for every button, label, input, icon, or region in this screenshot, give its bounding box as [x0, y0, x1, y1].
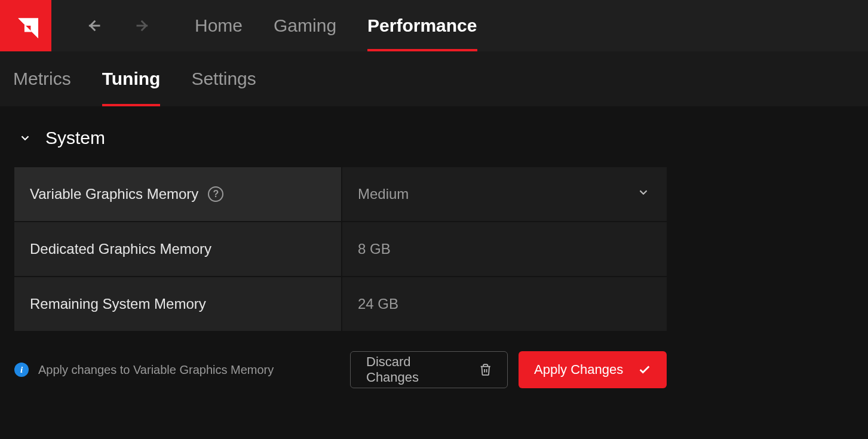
settings-table: Variable Graphics Memory ? Medium Dedica… [14, 167, 667, 331]
arrow-right-icon [134, 17, 151, 34]
button-label: Discard Changes [366, 354, 465, 385]
subtab-tuning[interactable]: Tuning [87, 51, 176, 106]
top-tabs: Home Gaming Performance [179, 0, 493, 51]
button-label: Apply Changes [534, 362, 623, 377]
setting-label: Dedicated Graphics Memory [30, 241, 211, 257]
row-variable-graphics-memory: Variable Graphics Memory ? Medium [14, 167, 667, 221]
setting-value: 24 GB [358, 296, 398, 312]
setting-label: Variable Graphics Memory [30, 186, 198, 202]
setting-value: 8 GB [358, 241, 391, 257]
content: System Variable Graphics Memory ? Medium… [0, 106, 868, 403]
footer: i Apply changes to Variable Graphics Mem… [14, 351, 667, 388]
chevron-down-icon [19, 131, 32, 145]
trash-icon [479, 363, 492, 376]
value-cell: 8 GB [342, 222, 667, 276]
subheader: Metrics Tuning Settings [0, 51, 868, 106]
discard-changes-button[interactable]: Discard Changes [350, 351, 508, 388]
subtab-metrics[interactable]: Metrics [13, 51, 87, 106]
back-button[interactable] [80, 12, 108, 39]
label-cell: Remaining System Memory [14, 277, 341, 331]
apply-changes-button[interactable]: Apply Changes [519, 351, 667, 388]
section-collapse-toggle[interactable] [18, 131, 32, 145]
amd-logo-icon [13, 13, 38, 38]
vgm-dropdown[interactable]: Medium [342, 167, 667, 221]
amd-logo[interactable] [0, 0, 51, 51]
row-dedicated-graphics-memory: Dedicated Graphics Memory 8 GB [14, 222, 667, 276]
row-remaining-system-memory: Remaining System Memory 24 GB [14, 277, 667, 331]
subtab-settings[interactable]: Settings [176, 51, 271, 106]
setting-label: Remaining System Memory [30, 296, 206, 312]
info-icon: i [14, 363, 29, 377]
tab-home[interactable]: Home [179, 0, 258, 51]
section-title: System [45, 128, 105, 148]
section-header-system: System [14, 128, 854, 148]
value-cell: 24 GB [342, 277, 667, 331]
label-cell: Variable Graphics Memory ? [14, 167, 341, 221]
help-icon[interactable]: ? [208, 186, 223, 202]
chevron-down-icon [637, 186, 650, 202]
tab-performance[interactable]: Performance [352, 0, 492, 51]
arrow-left-icon [85, 17, 102, 34]
forward-button[interactable] [129, 12, 157, 39]
label-cell: Dedicated Graphics Memory [14, 222, 341, 276]
info-text: Apply changes to Variable Graphics Memor… [38, 363, 274, 377]
info-note: i Apply changes to Variable Graphics Mem… [14, 363, 339, 377]
dropdown-value: Medium [358, 186, 409, 202]
nav-arrows [51, 12, 179, 39]
check-icon [638, 363, 651, 376]
tab-gaming[interactable]: Gaming [258, 0, 352, 51]
header: Home Gaming Performance [0, 0, 868, 51]
